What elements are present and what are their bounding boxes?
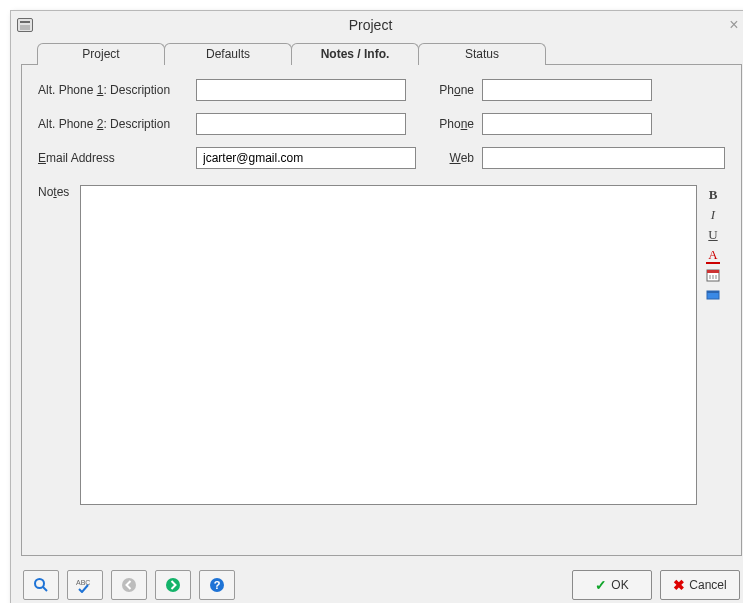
tab-status[interactable]: Status [418, 43, 546, 65]
notes-label: Notes [38, 185, 80, 199]
notes-input[interactable] [80, 185, 697, 505]
alt-phone-2-desc-input[interactable] [196, 113, 406, 135]
bold-button[interactable]: B [703, 185, 723, 205]
titlebar: Project × [11, 11, 743, 39]
dialog-footer: ABC ? ✓ OK ✖ Cancel [11, 562, 743, 603]
font-color-button[interactable]: A [703, 245, 723, 265]
alt-phone-2-num-label: Phone [414, 117, 474, 131]
svg-text:?: ? [214, 579, 221, 591]
dialog-title: Project [17, 17, 724, 33]
tab-panel: Project Defaults Notes / Info. Status Al… [21, 41, 742, 556]
cancel-icon: ✖ [673, 577, 685, 593]
web-label: Web [414, 151, 474, 165]
italic-button[interactable]: I [703, 205, 723, 225]
spellcheck-button[interactable]: ABC [67, 570, 103, 600]
check-icon: ✓ [595, 577, 607, 593]
search-button[interactable] [23, 570, 59, 600]
svg-rect-1 [707, 270, 719, 273]
alt-phone-1-num-input[interactable] [482, 79, 652, 101]
cancel-button-label: Cancel [689, 578, 726, 592]
alt-phone-2-desc-label: Alt. Phone 2: Description [38, 117, 188, 131]
ok-button-label: OK [611, 578, 628, 592]
app-icon [17, 18, 33, 32]
web-input[interactable] [482, 147, 725, 169]
email-input[interactable] [196, 147, 416, 169]
svg-line-8 [43, 587, 47, 591]
email-label: Email Address [38, 151, 188, 165]
alt-phone-2-num-input[interactable] [482, 113, 652, 135]
alt-phone-1-desc-label: Alt. Phone 1: Description [38, 83, 188, 97]
tab-bar: Project Defaults Notes / Info. Status [21, 41, 742, 65]
svg-rect-6 [707, 291, 719, 293]
svg-point-7 [35, 579, 44, 588]
tab-notes-info[interactable]: Notes / Info. [291, 43, 419, 65]
svg-text:ABC: ABC [76, 579, 90, 586]
forward-button[interactable] [155, 570, 191, 600]
insert-date-button[interactable] [703, 265, 723, 285]
project-dialog: Project × Project Defaults Notes / Info.… [10, 10, 743, 603]
svg-point-10 [122, 578, 136, 592]
cancel-button[interactable]: ✖ Cancel [660, 570, 740, 600]
ok-button[interactable]: ✓ OK [572, 570, 652, 600]
svg-point-11 [166, 578, 180, 592]
tab-project[interactable]: Project [37, 43, 165, 65]
highlight-button[interactable] [703, 285, 723, 305]
tab-content-notes: Alt. Phone 1: Description Phone Alt. Pho… [21, 64, 742, 556]
alt-phone-1-desc-input[interactable] [196, 79, 406, 101]
help-button[interactable]: ? [199, 570, 235, 600]
alt-phone-1-num-label: Phone [414, 83, 474, 97]
tab-defaults[interactable]: Defaults [164, 43, 292, 65]
notes-format-toolbar: B I U A [701, 185, 725, 305]
back-button[interactable] [111, 570, 147, 600]
underline-button[interactable]: U [703, 225, 723, 245]
close-icon[interactable]: × [724, 16, 743, 34]
